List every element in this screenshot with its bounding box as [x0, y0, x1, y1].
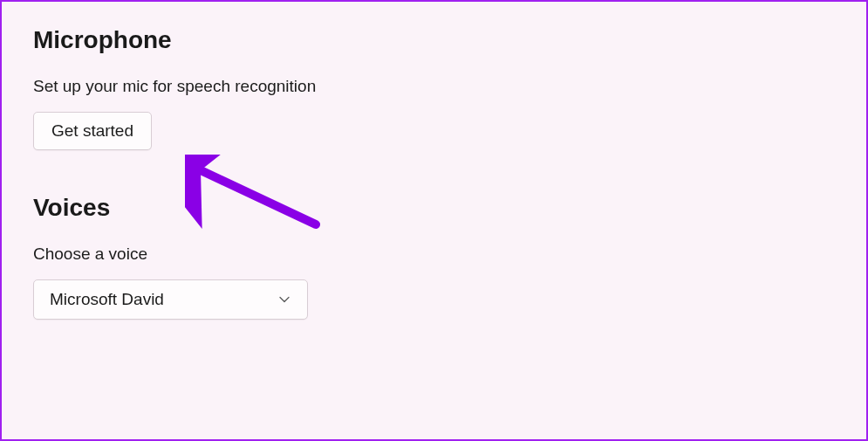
microphone-description: Set up your mic for speech recognition	[33, 77, 835, 96]
voices-heading: Voices	[33, 194, 835, 222]
get-started-button[interactable]: Get started	[33, 112, 152, 150]
microphone-heading: Microphone	[33, 26, 835, 54]
choose-voice-label: Choose a voice	[33, 245, 835, 264]
voices-section: Voices Choose a voice Microsoft David	[33, 194, 835, 320]
voice-select-wrapper: Microsoft David	[33, 279, 308, 320]
microphone-section: Microphone Set up your mic for speech re…	[33, 26, 835, 150]
voice-selected-value: Microsoft David	[50, 290, 164, 309]
chevron-down-icon	[277, 293, 291, 307]
voice-select[interactable]: Microsoft David	[33, 279, 308, 320]
